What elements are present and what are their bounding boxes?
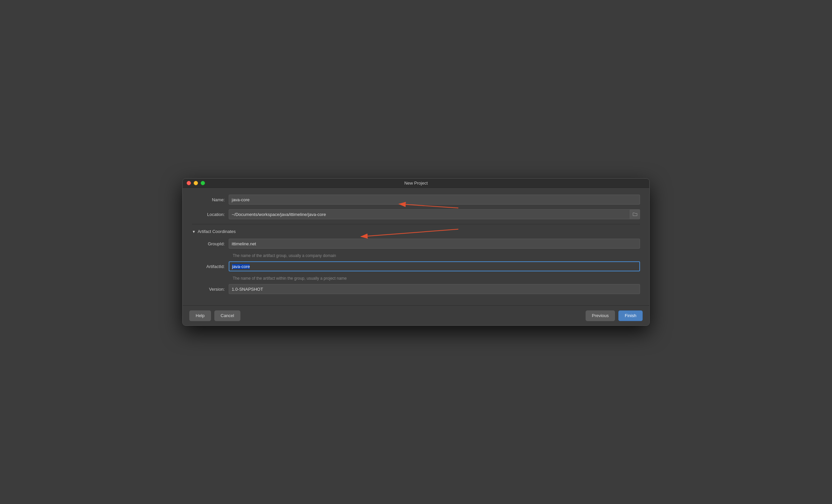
groupid-hint: The name of the artifact group, usually … (233, 253, 640, 258)
artifactid-label: ArtifactId: (192, 264, 229, 269)
groupid-label: GroupId: (192, 241, 229, 246)
cancel-button[interactable]: Cancel (214, 311, 240, 321)
new-project-dialog: New Project Name: Location: ▼ Arti (182, 178, 650, 326)
finish-button[interactable]: Finish (618, 311, 643, 321)
artifact-coordinates-section: ▼ Artifact Coordinates (192, 229, 640, 234)
section-header-text: Artifact Coordinates (198, 229, 236, 234)
footer-left-buttons: Help Cancel (189, 311, 240, 321)
section-collapse-arrow[interactable]: ▼ (192, 230, 196, 234)
footer-right-buttons: Previous Finish (586, 311, 643, 321)
name-input[interactable] (229, 194, 640, 205)
folder-icon (633, 212, 638, 216)
version-label: Version: (192, 287, 229, 292)
groupid-input[interactable] (229, 239, 640, 249)
version-input[interactable] (229, 284, 640, 294)
traffic-lights (187, 181, 205, 185)
dialog-content: Name: Location: ▼ Artifact Coordinates (183, 188, 649, 325)
location-label: Location: (192, 212, 229, 217)
window-title: New Project (404, 181, 428, 186)
dialog-footer: Help Cancel Previous Finish (183, 306, 649, 325)
help-button[interactable]: Help (189, 311, 211, 321)
maximize-button[interactable] (201, 181, 205, 185)
artifactid-input[interactable] (229, 261, 640, 271)
close-button[interactable] (187, 181, 191, 185)
minimize-button[interactable] (193, 181, 198, 185)
previous-button[interactable]: Previous (586, 311, 615, 321)
version-row: Version: (192, 284, 640, 294)
artifactid-row: ArtifactId: (192, 261, 640, 271)
browse-folder-button[interactable] (630, 209, 640, 219)
title-bar: New Project (183, 179, 649, 188)
separator (192, 224, 640, 224)
location-input[interactable] (229, 209, 630, 219)
location-row: Location: (192, 209, 640, 219)
groupid-row: GroupId: (192, 239, 640, 249)
location-input-group (229, 209, 640, 219)
artifactid-hint: The name of the artifact within the grou… (233, 276, 640, 281)
name-row: Name: (192, 194, 640, 205)
name-label: Name: (192, 197, 229, 202)
